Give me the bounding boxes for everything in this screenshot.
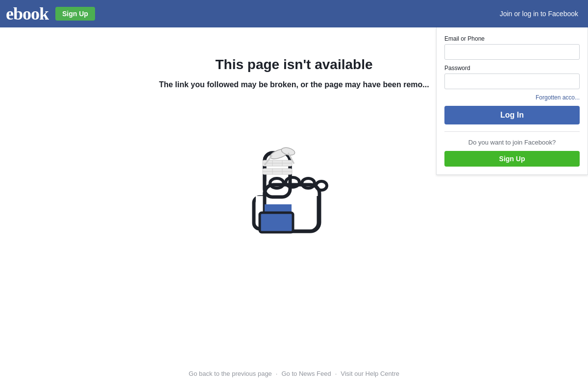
error-title: This page isn't available [216,57,373,73]
panel-signup-button[interactable]: Sign Up [444,151,580,167]
header-signup-button[interactable]: Sign Up [55,7,95,21]
thumbs-up-illustration [216,109,372,248]
email-label: Email or Phone [444,35,580,42]
join-text: Do you want to join Facebook? [444,139,580,146]
email-input[interactable] [444,44,580,60]
login-panel: Email or Phone Password Forgotten acco..… [436,27,588,175]
sep1: · [276,370,278,377]
header: ebook Sign Up Join or log in to Facebook [0,0,588,27]
password-label: Password [444,65,580,72]
facebook-logo: ebook [6,3,49,24]
login-button[interactable]: Log In [444,106,580,124]
footer-links: Go back to the previous page · Go to New… [189,370,399,377]
help-centre-link[interactable]: Visit our Help Centre [341,370,399,377]
panel-divider [444,131,580,132]
forgotten-account-link[interactable]: Forgotten acco... [444,94,580,101]
header-join-text: Join or log in to Facebook [500,10,578,18]
back-link[interactable]: Go back to the previous page [189,370,272,377]
news-feed-link[interactable]: Go to News Feed [281,370,331,377]
error-subtitle: The link you followed may be broken, or … [159,80,429,89]
svg-rect-12 [260,213,293,232]
sep2: · [335,370,337,377]
password-input[interactable] [444,74,580,89]
